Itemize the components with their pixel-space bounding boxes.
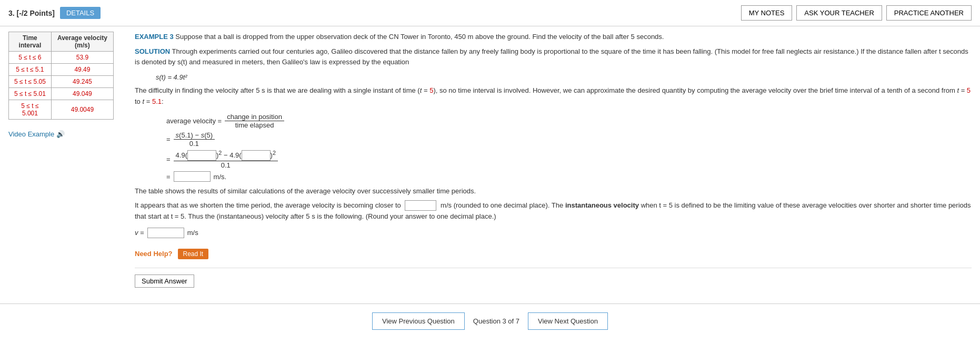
table-velocity: 49.049 bbox=[51, 88, 113, 100]
avg-row-1: average velocity = change in position ti… bbox=[166, 113, 972, 129]
fraction-3: 4.9()2 − 4.9()2 0.1 bbox=[174, 150, 278, 169]
fraction-3-numerator: 4.9()2 − 4.9()2 bbox=[174, 150, 278, 161]
input-51[interactable] bbox=[187, 150, 216, 161]
avg-row-3: = 4.9()2 − 4.9()2 0.1 bbox=[166, 150, 972, 169]
solution-text2: The difficulty in finding the velocity a… bbox=[135, 86, 971, 105]
table-velocity: 53.9 bbox=[51, 52, 113, 64]
top-right-buttons: MY NOTES ASK YOUR TEACHER PRACTICE ANOTH… bbox=[741, 5, 972, 21]
v-unit: m/s bbox=[187, 229, 198, 237]
ask-teacher-button[interactable]: ASK YOUR TEACHER bbox=[796, 5, 882, 21]
input-5[interactable] bbox=[242, 150, 271, 161]
equation-block: s(t) = 4.9t² bbox=[156, 73, 972, 81]
my-notes-button[interactable]: MY NOTES bbox=[741, 5, 793, 21]
avg-row-2: = s(5.1) − s(5) 0.1 bbox=[166, 131, 972, 148]
table-note: The table shows the results of similar c… bbox=[135, 187, 972, 195]
appears-text1: It appears that as we shorten the time p… bbox=[135, 201, 401, 209]
right-panel: EXAMPLE 3 Suppose that a ball is dropped… bbox=[135, 32, 972, 288]
limiting-value-input[interactable] bbox=[405, 200, 436, 211]
col2-header: Average velocity (m/s) bbox=[51, 32, 113, 52]
submit-row: Submit Answer bbox=[135, 268, 972, 288]
table-velocity: 49.245 bbox=[51, 76, 113, 88]
fraction-1: change in position time elapsed bbox=[225, 113, 284, 129]
result-input[interactable] bbox=[174, 171, 211, 182]
col1-header: Time interval bbox=[9, 32, 52, 52]
equation: s(t) = 4.9t² bbox=[156, 73, 187, 81]
equals-2: = bbox=[166, 155, 171, 163]
result-unit: m/s. bbox=[214, 173, 227, 181]
v-row: v = m/s bbox=[135, 228, 972, 238]
avg-row-4: = m/s. bbox=[166, 171, 972, 182]
appears-text: It appears that as we shorten the time p… bbox=[135, 200, 972, 222]
solution-section: SOLUTION Through experiments carried out… bbox=[135, 46, 972, 68]
avg-label: average velocity = bbox=[166, 117, 222, 125]
example-text: Suppose that a ball is dropped from the … bbox=[175, 33, 664, 41]
question-label: 3. [-/2 Points] bbox=[8, 9, 55, 17]
velocity-answer-input[interactable] bbox=[147, 228, 184, 238]
fraction-3-denominator: 0.1 bbox=[219, 161, 233, 169]
fraction-1-denominator: time elapsed bbox=[233, 121, 276, 129]
table-row: 5 ≤ t ≤ 5.01 bbox=[9, 88, 52, 100]
next-question-button[interactable]: View Next Question bbox=[528, 312, 608, 330]
table-velocity: 49.0049 bbox=[51, 100, 113, 120]
fraction-2-numerator: s(5.1) − s(5) bbox=[174, 131, 215, 140]
table-row: 5 ≤ t ≤ 5.05 bbox=[9, 76, 52, 88]
need-help-section: Need Help? Read It bbox=[135, 249, 972, 259]
question-counter: Question 3 of 7 bbox=[473, 317, 519, 325]
left-panel: Time interval Average velocity (m/s) 5 ≤… bbox=[8, 32, 124, 288]
table-row: 5 ≤ t ≤ 5.1 bbox=[9, 64, 52, 76]
need-help-label: Need Help? bbox=[135, 250, 173, 258]
table-velocity: 49.49 bbox=[51, 64, 113, 76]
v-label: v = bbox=[135, 229, 144, 237]
submit-button[interactable]: Submit Answer bbox=[135, 275, 194, 288]
table-row: 5 ≤ t ≤ 5.001 bbox=[9, 100, 52, 120]
fraction-2: s(5.1) − s(5) 0.1 bbox=[174, 131, 215, 148]
speaker-icon: 🔊 bbox=[56, 130, 65, 138]
solution-label: SOLUTION bbox=[135, 47, 170, 55]
fraction-1-numerator: change in position bbox=[225, 113, 284, 121]
appears-unit: m/s (rounded to one decimal place). The bbox=[441, 201, 563, 209]
prev-question-button[interactable]: View Previous Question bbox=[372, 312, 465, 330]
solution-text2-block: The difficulty in finding the velocity a… bbox=[135, 85, 972, 107]
video-example-label: Video Example bbox=[8, 130, 54, 138]
instantaneous-label: instantaneous velocity bbox=[565, 201, 639, 209]
fraction-2-denominator: 0.1 bbox=[187, 140, 201, 148]
bottom-navigation: View Previous Question Question 3 of 7 V… bbox=[0, 303, 980, 338]
video-example-link[interactable]: Video Example 🔊 bbox=[8, 130, 124, 138]
avg-velocity-block: average velocity = change in position ti… bbox=[166, 113, 972, 182]
equals-3: = bbox=[166, 173, 171, 181]
details-button[interactable]: DETAILS bbox=[60, 7, 101, 19]
solution-text1: Through experiments carried out four cen… bbox=[135, 47, 968, 66]
table-row: 5 ≤ t ≤ 6 bbox=[9, 52, 52, 64]
example-header: EXAMPLE 3 Suppose that a ball is dropped… bbox=[135, 32, 972, 42]
example-label: EXAMPLE 3 bbox=[135, 33, 174, 41]
velocity-table: Time interval Average velocity (m/s) 5 ≤… bbox=[8, 32, 114, 120]
read-it-button[interactable]: Read It bbox=[178, 249, 209, 259]
equals-1: = bbox=[166, 135, 171, 143]
practice-another-button[interactable]: PRACTICE ANOTHER bbox=[886, 5, 972, 21]
